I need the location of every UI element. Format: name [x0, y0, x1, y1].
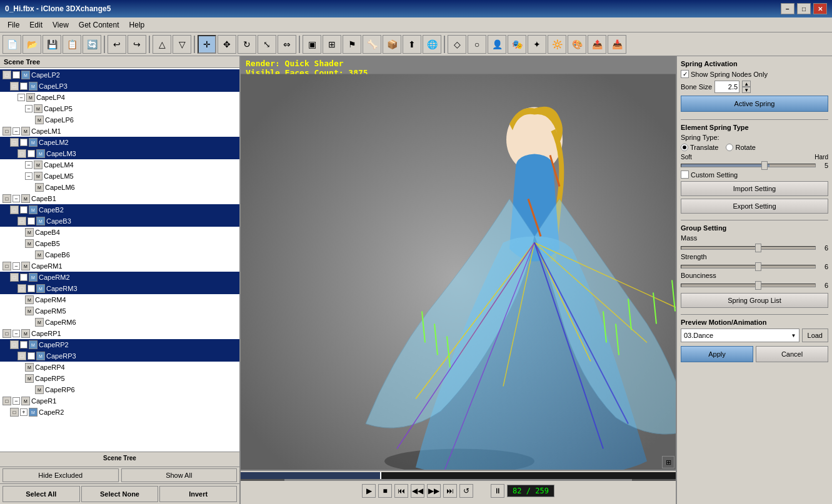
viewport[interactable]: Render: Quick Shader Visible Faces Count… [241, 56, 676, 504]
tree-node-CapeLP4[interactable]: − M CapeLP4 [0, 92, 239, 103]
slider-thumb[interactable] [761, 161, 768, 170]
select-all-button[interactable]: Select All [3, 486, 80, 502]
bounciness-slider[interactable] [681, 284, 816, 287]
strength-slider-thumb[interactable] [755, 262, 761, 271]
expand-CapeB2[interactable]: − [20, 206, 28, 214]
bone-size-down[interactable]: ▼ [742, 87, 751, 93]
expand-CapeRP1[interactable]: − [13, 330, 20, 337]
toolbar-up2[interactable]: ⬆ [403, 35, 421, 54]
toolbar-import[interactable]: 📥 [608, 35, 626, 54]
menu-help[interactable]: Help [124, 19, 150, 31]
tree-node-CapeLM1[interactable]: □ − M CapeLM1 [0, 126, 239, 137]
translate-radio-label[interactable]: Translate [681, 144, 718, 151]
loop-button[interactable]: ↺ [459, 484, 473, 498]
load-button[interactable]: Load [802, 329, 828, 342]
expand-CapeLM2[interactable]: − [20, 139, 28, 146]
invert-button[interactable]: Invert [159, 486, 237, 502]
tree-node-CapeRM1[interactable]: □ − M CapeRM1 [0, 260, 239, 272]
toolbar-redo[interactable]: ↪ [128, 35, 146, 54]
rewind-start-button[interactable]: ⏮ [394, 484, 408, 498]
bounciness-slider-thumb[interactable] [755, 281, 761, 290]
tree-node-CapeRM3[interactable]: □ − M CapeRM3 [0, 283, 239, 294]
custom-setting-checkbox[interactable] [681, 170, 689, 179]
expand-CapeRP2[interactable]: − [20, 341, 28, 348]
tree-node-CapeLM3[interactable]: □ − M CapeLM3 [0, 148, 239, 159]
rotate-radio[interactable] [726, 144, 733, 151]
tree-node-CapeRP4[interactable]: M CapeRP4 [0, 362, 239, 373]
toolbar-save2[interactable]: 📋 [63, 35, 81, 54]
tree-node-CapeRP2[interactable]: □ − M CapeRP2 [0, 339, 239, 350]
toolbar-char[interactable]: 👤 [488, 35, 506, 54]
menu-get-content[interactable]: Get Content [74, 19, 124, 31]
strength-slider[interactable] [681, 265, 816, 269]
toolbar-obj[interactable]: ○ [468, 35, 486, 54]
toolbar-export[interactable]: 📤 [588, 35, 606, 54]
show-all-button[interactable]: Show All [121, 468, 238, 482]
toolbar-paint[interactable]: 🎨 [568, 35, 586, 54]
import-setting-button[interactable]: Import Setting [681, 181, 828, 196]
tree-node-CapeB2[interactable]: □ − M CapeB2 [0, 204, 239, 215]
tree-node-CapeLP6[interactable]: M CapeLP6 [0, 114, 239, 126]
viewport-fullscreen-button[interactable]: ⊞ [662, 456, 674, 468]
expand-CapeLM1[interactable]: − [13, 127, 20, 135]
tree-node-CapeLM5[interactable]: − M CapeLM5 [0, 170, 239, 182]
toolbar-refresh[interactable]: 🔄 [83, 35, 101, 54]
tree-node-CapeB5[interactable]: M CapeB5 [0, 238, 239, 249]
expand-CapeRM3[interactable]: − [28, 285, 35, 292]
toolbar-mirror[interactable]: ⇔ [278, 35, 296, 54]
tree-node-CapeB3[interactable]: □ − M CapeB3 [0, 215, 239, 227]
menu-file[interactable]: File [3, 19, 24, 31]
expand-CapeRP3[interactable]: − [28, 352, 35, 360]
expand-CapeRM2[interactable]: − [20, 274, 28, 281]
toolbar-rotate[interactable]: ↻ [238, 35, 256, 54]
menu-view[interactable]: View [48, 19, 74, 31]
expand-CapeRM1[interactable]: − [13, 262, 20, 270]
tree-node-CapeRM4[interactable]: M CapeRM4 [0, 294, 239, 305]
toolbar-down[interactable]: ▽ [173, 35, 191, 54]
tree-node-CapeRP1[interactable]: □ − M CapeRP1 [0, 328, 239, 339]
export-setting-button[interactable]: Export Setting [681, 199, 828, 214]
toolbar-up[interactable]: △ [153, 35, 171, 54]
toolbar-move[interactable]: ✥ [218, 35, 236, 54]
tree-node-CapeLM4[interactable]: − M CapeLM4 [0, 159, 239, 170]
expand-CapeLM3[interactable]: − [28, 150, 35, 157]
tree-node-CapeRM5[interactable]: M CapeRM5 [0, 305, 239, 317]
tree-node-CapeB4[interactable]: M CapeB4 [0, 227, 239, 238]
translate-radio[interactable] [681, 144, 688, 151]
maximize-button[interactable]: □ [797, 3, 811, 14]
select-none-button[interactable]: Select None [81, 486, 159, 502]
tree-node-CapeRP3[interactable]: □ − M CapeRP3 [0, 350, 239, 362]
mass-slider[interactable] [681, 246, 816, 250]
rotate-radio-label[interactable]: Rotate [726, 144, 755, 151]
toolbar-open[interactable]: 📂 [23, 35, 41, 54]
apply-button[interactable]: Apply [681, 346, 753, 362]
spring-hardness-slider[interactable] [681, 164, 816, 167]
tree-node-CapeB1[interactable]: □ − M CapeB1 [0, 193, 239, 204]
timeline-scrollbar[interactable] [241, 479, 676, 481]
scene-tree-container[interactable]: □ − M CapeLP2 □ − M CapeLP3 [0, 68, 239, 452]
toolbar-fx[interactable]: ✦ [528, 35, 546, 54]
minimize-button[interactable]: − [781, 3, 794, 14]
toolbar-select[interactable]: ✛ [198, 35, 216, 54]
toolbar-globe[interactable]: 🌐 [423, 35, 441, 54]
toolbar-scale[interactable]: ⤡ [258, 35, 276, 54]
tree-node-CapeR2[interactable]: □ + M CapeR2 [0, 407, 239, 418]
tree-node-CapeRM2[interactable]: □ − M CapeRM2 [0, 272, 239, 283]
rewind-button[interactable]: ◀◀ [411, 484, 424, 498]
spring-group-list-button[interactable]: Spring Group List [681, 293, 828, 308]
expand-CapeB1[interactable]: − [13, 195, 20, 202]
toolbar-grid[interactable]: ⊞ [323, 35, 341, 54]
tree-node-CapeLM6[interactable]: M CapeLM6 [0, 182, 239, 193]
show-spring-nodes-label[interactable]: Show Spring Nodes Only [681, 70, 768, 78]
toolbar-mat[interactable]: 🔆 [548, 35, 566, 54]
close-button[interactable]: ✕ [813, 3, 827, 14]
toolbar-bone[interactable]: 📦 [383, 35, 401, 54]
tree-node-CapeRP6[interactable]: M CapeRP6 [0, 384, 239, 395]
play-button[interactable]: ▶ [362, 484, 376, 498]
expand-CapeLM4[interactable]: − [25, 161, 33, 169]
toolbar-anim2[interactable]: 🎭 [508, 35, 526, 54]
toolbar-mode[interactable]: ⚑ [343, 35, 361, 54]
animation-dropdown[interactable]: 03.Dance ▼ [681, 329, 799, 342]
toolbar-anim[interactable]: 🦴 [363, 35, 381, 54]
timeline-track[interactable] [241, 472, 676, 481]
